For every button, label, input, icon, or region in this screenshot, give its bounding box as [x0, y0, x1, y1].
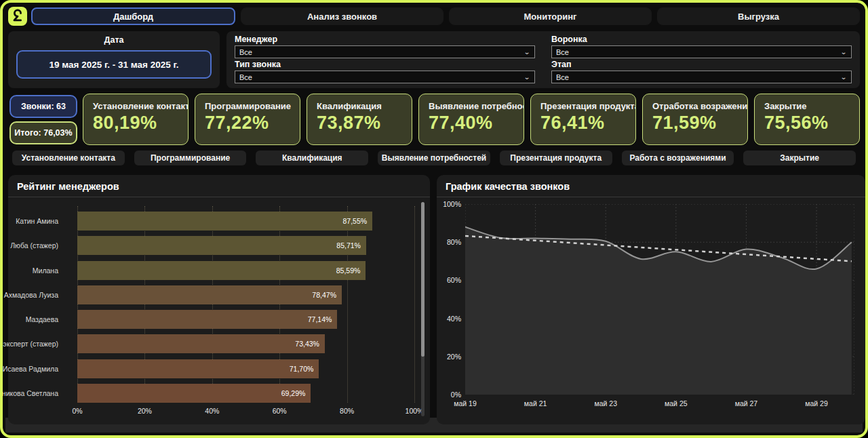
app-logo	[8, 7, 27, 26]
tab-3[interactable]: Мониторинг	[449, 7, 652, 25]
x-axis-tick: май 25	[665, 399, 688, 407]
x-axis-tick: май 21	[524, 399, 547, 407]
bar[interactable]: 73,43%	[77, 334, 325, 353]
bar-value-label: 85,59%	[336, 261, 361, 280]
tab-1[interactable]: Дашборд	[31, 7, 235, 25]
stage-button-row: Установление контактаПрограммированиеКва…	[12, 151, 856, 165]
bar[interactable]: 87,55%	[77, 212, 372, 231]
bar[interactable]: 77,14%	[77, 310, 337, 329]
manager-rating-bar-chart: Катин Амина87,55%Люба (стажер)85,71%Мила…	[77, 206, 414, 403]
bar-row: Маздаева77,14%	[77, 310, 414, 329]
kpi-card[interactable]: Отработка возражений71,59%	[642, 94, 748, 145]
bar-x-tick: 80%	[340, 407, 354, 415]
y-axis-tick: 60%	[437, 276, 461, 284]
line-chart-svg	[465, 204, 854, 395]
bar-category-label: Люба (стажер)	[0, 241, 58, 250]
bar[interactable]: 69,29%	[77, 384, 311, 403]
kpi-card-title: Программирование	[205, 101, 292, 111]
bar[interactable]: 85,59%	[77, 261, 366, 280]
kpi-card-value: 77,22%	[205, 113, 292, 134]
chevron-down-icon: ⌄	[840, 49, 847, 55]
date-range-value: 19 мая 2025 г. - 31 мая 2025 г.	[49, 60, 178, 70]
y-axis-tick: 20%	[437, 353, 461, 361]
bar-x-tick: 0%	[72, 407, 82, 415]
kpi-card[interactable]: Выявление потребности77,40%	[418, 94, 524, 145]
top-tab-bar: ДашбордАнализ звонковМониторингВыгрузка	[31, 7, 860, 26]
bar-row: Милана85,59%	[77, 261, 414, 280]
bar-chart-x-axis: 0%20%40%60%80%100%	[77, 407, 414, 416]
kpi-card[interactable]: Программирование77,22%	[195, 94, 300, 145]
bar-row: Юсиф эксперт (стажер)73,43%	[77, 334, 414, 353]
bar-value-label: 73,43%	[295, 334, 319, 353]
manager-rating-panel: Рейтинг менеджеров Катин Амина87,55%Люба…	[8, 175, 430, 424]
dropdown-value: Все	[239, 48, 524, 56]
panel-divider	[8, 197, 430, 197]
filter-dropdown[interactable]: Все⌄	[235, 71, 535, 83]
bar-category-label: Исаева Радмила	[0, 365, 58, 373]
total-score-badge[interactable]: Итого: 76,03%	[9, 121, 77, 144]
bar-category-label: Юсиф эксперт (стажер)	[0, 340, 58, 348]
bar-value-label: 78,47%	[312, 285, 336, 304]
kpi-card-title: Установление контакта	[93, 101, 180, 111]
filter-dropdown[interactable]: Все⌄	[551, 45, 852, 58]
scrollbar-thumb[interactable]	[421, 202, 425, 357]
kpi-card-title: Квалификация	[317, 101, 403, 111]
filter-label: Воронка	[551, 34, 852, 45]
kpi-card[interactable]: Закрытие75,56%	[754, 94, 860, 145]
stage-button[interactable]: Квалификация	[256, 151, 368, 165]
filter-dropdown[interactable]: Все⌄	[551, 71, 852, 83]
bar-category-label: Маздаева	[0, 315, 58, 323]
calls-count-badge[interactable]: Звонки: 63	[9, 95, 77, 118]
bar-row: Катин Амина87,55%	[77, 212, 414, 231]
dropdown-value: Все	[239, 73, 524, 81]
bar-x-tick: 40%	[205, 407, 219, 415]
kpi-card[interactable]: Презентация продукта76,41%	[530, 94, 636, 145]
kpi-card-title: Презентация продукта	[540, 101, 627, 111]
bar[interactable]: 85,71%	[77, 236, 366, 255]
chevron-down-icon: ⌄	[524, 75, 530, 80]
kpi-card[interactable]: Квалификация73,87%	[307, 94, 412, 145]
kpi-card-value: 76,41%	[540, 113, 627, 134]
calls-count-label: Звонки: 63	[21, 102, 66, 111]
y-axis-tick: 0%	[437, 391, 461, 399]
x-axis-tick: май 23	[594, 399, 617, 407]
manager-rating-title: Рейтинг менеджеров	[8, 175, 430, 192]
y-axis-tick: 80%	[437, 238, 461, 246]
chevron-down-icon: ⌄	[840, 75, 847, 80]
filter-label: Тип звонка	[235, 59, 535, 71]
bar-category-label: Катин Амина	[0, 217, 58, 225]
date-range-picker[interactable]: 19 мая 2025 г. - 31 мая 2025 г.	[16, 50, 212, 79]
bar-chart-scrollbar[interactable]	[421, 202, 425, 416]
filter-dropdown[interactable]: Все⌄	[235, 45, 535, 58]
tab-2[interactable]: Анализ звонков	[241, 7, 443, 25]
bar-value-label: 85,71%	[336, 236, 361, 255]
kpi-card[interactable]: Установление контакта80,19%	[83, 94, 189, 145]
stage-button[interactable]: Презентация продукта	[500, 151, 612, 165]
bar-row: Калашникова Светлана69,29%	[77, 384, 414, 403]
bar-gridline	[414, 206, 415, 403]
dropdown-value: Все	[556, 73, 840, 81]
bar[interactable]: 71,70%	[77, 359, 319, 378]
filter-label: Этап	[551, 59, 852, 71]
stage-button[interactable]: Программирование	[134, 151, 247, 165]
date-filter-label: Дата	[8, 35, 220, 45]
stage-button[interactable]: Выявление потребностей	[378, 151, 490, 165]
kpi-card-value: 77,40%	[429, 113, 515, 134]
filter-cell: МенеджерВсе⌄	[235, 34, 535, 59]
filter-label: Менеджер	[235, 34, 535, 45]
tab-4[interactable]: Выгрузка	[657, 7, 860, 25]
kpi-card-value: 80,19%	[93, 113, 180, 134]
bar-row: Исаева Радмила71,70%	[77, 359, 414, 378]
bar-value-label: 69,29%	[281, 384, 306, 403]
x-axis-tick: май 19	[454, 399, 477, 407]
x-axis-tick: май 29	[805, 399, 828, 407]
stage-button[interactable]: Установление контакта	[12, 151, 125, 165]
bar[interactable]: 78,47%	[77, 285, 342, 304]
bar-x-tick: 20%	[138, 407, 152, 415]
panel-divider	[437, 197, 865, 197]
bar-row: Ахмадова Луиза78,47%	[77, 285, 414, 304]
stage-button[interactable]: Закрытие	[743, 151, 856, 165]
stage-button[interactable]: Работа с возражениями	[622, 151, 734, 165]
kpi-card-value: 73,87%	[317, 113, 403, 134]
bar-category-label: Милана	[0, 266, 58, 275]
